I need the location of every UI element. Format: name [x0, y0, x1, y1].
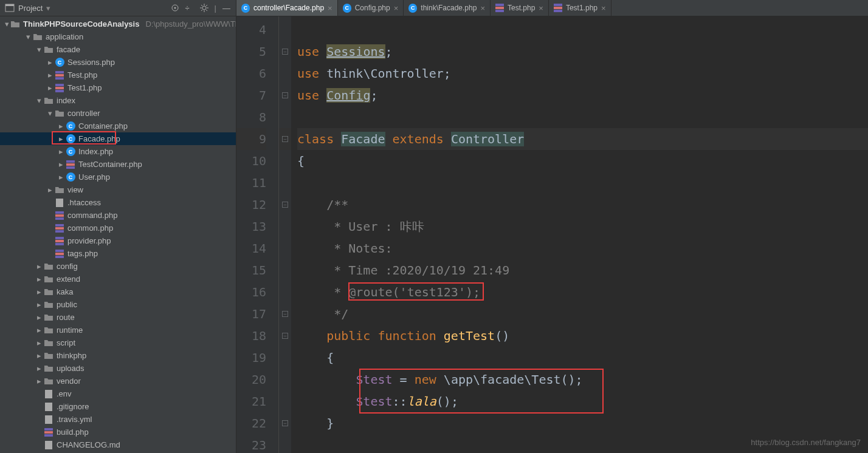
tree-item-label: thinkphp [57, 351, 86, 360]
tree-item[interactable]: ▸script [0, 336, 236, 349]
chevron-icon[interactable]: ▾ [35, 46, 43, 53]
tree-item[interactable]: ▸vendor [0, 375, 236, 387]
code-lines[interactable]: use Sessions; use think\Controller; use … [291, 16, 868, 453]
tree-item[interactable]: ▾facade [0, 43, 236, 56]
editor-tab[interactable]: Cthink\Facade.php× [404, 0, 491, 16]
tree-item[interactable]: ▸thinkphp [0, 349, 236, 362]
fold-column: −−−−−−− [279, 16, 291, 453]
project-sidebar: Project ▾ ÷ | — ▾ThinkPHPSourceCodeAnaly… [0, 0, 236, 453]
chevron-icon[interactable]: ▸ [35, 378, 43, 385]
chevron-icon[interactable] [35, 390, 43, 398]
tree-item[interactable]: .htaccess [0, 196, 236, 209]
chevron-icon[interactable]: ▸ [46, 84, 53, 92]
tree-item-label: route [57, 313, 75, 322]
chevron-icon[interactable]: ▾ [35, 97, 43, 104]
tree-item[interactable]: .env [0, 387, 236, 400]
chevron-icon[interactable]: ▸ [57, 174, 64, 181]
tree-item[interactable]: ▸kaka [0, 285, 236, 298]
chevron-icon[interactable]: ▸ [57, 161, 64, 168]
tree-item[interactable]: .travis.yml [0, 413, 236, 426]
tree-item[interactable]: ▸extend [0, 273, 236, 285]
chevron-icon[interactable] [35, 441, 43, 449]
settings-gear-icon[interactable] [200, 4, 208, 12]
tree-item[interactable]: common.php [0, 222, 236, 234]
tree-item[interactable]: ▸uploads [0, 362, 236, 375]
chevron-icon[interactable]: ▸ [35, 339, 43, 347]
tree-item[interactable]: ▸view [0, 183, 236, 196]
tab-label: controller\Facade.php [253, 4, 324, 12]
chevron-icon[interactable] [46, 212, 53, 219]
close-icon[interactable]: × [539, 4, 543, 13]
tree-item[interactable]: ▸route [0, 311, 236, 324]
tab-label: Test1.php [566, 4, 598, 12]
tree-item[interactable]: command.php [0, 209, 236, 222]
chevron-icon[interactable]: ▸ [35, 276, 43, 283]
chevron-icon[interactable]: ▸ [35, 352, 43, 359]
editor-tab[interactable]: Test.php× [491, 0, 549, 16]
file-type-icon: C [241, 4, 250, 12]
tree-item[interactable]: ▸CContainer.php [0, 120, 236, 132]
tree-item[interactable]: ▸CFacade.php [0, 132, 236, 145]
tree-item[interactable]: ▾controller [0, 107, 236, 120]
tree-item-label: index [57, 96, 75, 105]
chevron-icon[interactable]: ▸ [57, 148, 64, 155]
chevron-icon[interactable]: ▸ [35, 301, 43, 308]
tree-item[interactable]: CHANGELOG.md [0, 438, 236, 451]
chevron-icon[interactable]: ▸ [46, 186, 53, 194]
tree-item-label: .env [57, 389, 72, 398]
chevron-icon[interactable] [46, 199, 53, 206]
close-icon[interactable]: × [480, 4, 485, 13]
close-icon[interactable]: × [328, 4, 332, 13]
hide-icon[interactable]: — [222, 4, 231, 12]
close-icon[interactable]: × [394, 4, 399, 13]
tree-item[interactable]: ▸Test1.php [0, 81, 236, 94]
tree-item[interactable]: ▸runtime [0, 324, 236, 336]
svg-point-4 [202, 6, 206, 10]
tree-item[interactable]: ▸CIndex.php [0, 145, 236, 158]
tree-item[interactable]: .gitignore [0, 400, 236, 413]
chevron-icon[interactable]: ▸ [35, 365, 43, 372]
tree-item[interactable]: provider.php [0, 234, 236, 247]
chevron-icon[interactable]: ▸ [35, 314, 43, 321]
file-type-icon [44, 313, 53, 322]
file-type-icon [55, 185, 64, 195]
tree-item[interactable]: ▸Test.php [0, 69, 236, 81]
tree-item[interactable]: ▸public [0, 298, 236, 311]
chevron-icon[interactable] [46, 225, 53, 232]
tree-item[interactable]: ▾application [0, 30, 236, 43]
chevron-icon[interactable]: ▸ [57, 135, 64, 143]
chevron-icon[interactable] [35, 429, 43, 436]
chevron-icon[interactable]: ▸ [46, 59, 53, 66]
chevron-icon[interactable] [35, 403, 43, 410]
project-title[interactable]: Project ▾ [5, 3, 171, 13]
code-area[interactable]: 4567891011121314151617181920212223 −−−−−… [236, 16, 868, 453]
tree-item[interactable]: ▸CSessions.php [0, 56, 236, 69]
chevron-icon[interactable] [35, 416, 43, 423]
editor-tab[interactable]: CConfig.php× [338, 0, 404, 16]
project-tree[interactable]: ▾ThinkPHPSourceCodeAnalysisD:\phpstudy_p… [0, 16, 236, 453]
tree-item[interactable]: tags.php [0, 247, 236, 260]
tree-item[interactable]: ▸config [0, 260, 236, 273]
tree-root[interactable]: ▾ThinkPHPSourceCodeAnalysisD:\phpstudy_p… [0, 18, 236, 30]
chevron-icon[interactable] [46, 250, 53, 257]
file-type-icon [44, 338, 53, 348]
tree-item[interactable]: ▸CUser.php [0, 171, 236, 183]
chevron-icon[interactable]: ▸ [35, 263, 43, 270]
chevron-icon[interactable] [46, 237, 53, 245]
editor-tab[interactable]: Test1.php× [549, 0, 611, 16]
chevron-icon[interactable]: ▸ [46, 72, 53, 79]
tree-item-label: TestContainer.php [78, 160, 142, 169]
tree-item[interactable]: ▾index [0, 94, 236, 107]
chevron-icon[interactable]: ▾ [46, 110, 53, 117]
chevron-icon[interactable]: ▸ [35, 327, 43, 334]
locate-icon[interactable] [171, 4, 179, 12]
tree-item[interactable]: build.php [0, 426, 236, 438]
chevron-icon[interactable]: ▸ [35, 288, 43, 296]
tab-label: think\Facade.php [421, 4, 477, 12]
chevron-icon[interactable]: ▾ [24, 33, 32, 41]
collapse-icon[interactable]: ÷ [185, 4, 194, 12]
editor-tab[interactable]: Ccontroller\Facade.php× [236, 0, 338, 16]
tree-item[interactable]: ▸TestContainer.php [0, 158, 236, 171]
chevron-icon[interactable]: ▸ [57, 123, 64, 130]
close-icon[interactable]: × [601, 4, 606, 13]
